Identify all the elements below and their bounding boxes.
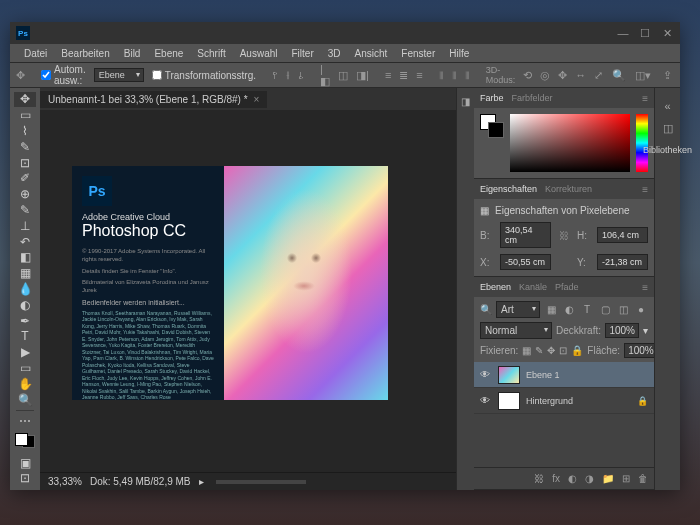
lock-icon[interactable]: 🔒 <box>637 396 648 406</box>
align-vcenter-icon[interactable]: ⫲ <box>286 67 290 83</box>
menu-layer[interactable]: Ebene <box>148 46 189 61</box>
history-brush-tool[interactable]: ↶ <box>14 234 36 249</box>
minimize-button[interactable]: — <box>616 27 630 40</box>
menu-filter[interactable]: Filter <box>286 46 320 61</box>
color-swatch[interactable] <box>15 433 35 448</box>
edit-toolbar[interactable]: ⋯ <box>14 414 36 429</box>
visibility-icon[interactable]: 👁 <box>480 395 492 406</box>
zoom-level[interactable]: 33,33% <box>48 476 82 487</box>
3d-orbit-icon[interactable]: ⟲ <box>523 67 532 83</box>
layer-row[interactable]: 👁 Hintergrund 🔒 <box>474 388 654 414</box>
new-layer-icon[interactable]: ⊞ <box>622 473 630 484</box>
layer-filter-dropdown[interactable]: Art <box>496 301 540 318</box>
group-icon[interactable]: 📁 <box>602 473 614 484</box>
distribute-vcenter-icon[interactable]: ≣ <box>399 67 408 83</box>
close-tab-icon[interactable]: × <box>254 94 260 105</box>
hand-tool[interactable]: ✋ <box>14 376 36 391</box>
path-select-tool[interactable]: ▶ <box>14 345 36 360</box>
move-tool[interactable]: ✥ <box>14 92 36 107</box>
crop-tool[interactable]: ⊡ <box>14 155 36 170</box>
color-spectrum[interactable] <box>510 114 630 172</box>
transform-controls-checkbox[interactable]: Transformationsstrg. <box>152 70 256 81</box>
layer-thumbnail[interactable] <box>498 366 520 384</box>
menu-type[interactable]: Schrift <box>191 46 231 61</box>
tab-adjustments[interactable]: Korrekturen <box>545 184 592 194</box>
visibility-icon[interactable]: 👁 <box>480 369 492 380</box>
menu-view[interactable]: Ansicht <box>349 46 394 61</box>
filter-icon[interactable]: 🔍 <box>480 304 492 315</box>
x-field[interactable]: -50,55 cm <box>500 254 551 270</box>
height-field[interactable]: 106,4 cm <box>597 227 648 243</box>
search-icon[interactable]: 🔍 <box>611 67 627 83</box>
shape-tool[interactable]: ▭ <box>14 361 36 376</box>
tab-paths[interactable]: Pfade <box>555 282 579 292</box>
workspace-icon[interactable]: ◫▾ <box>635 67 651 83</box>
lock-pos-icon[interactable]: ✥ <box>547 345 555 356</box>
align-left-icon[interactable]: |◧ <box>320 67 330 83</box>
y-field[interactable]: -21,38 cm <box>597 254 648 270</box>
doc-size[interactable]: Dok: 5,49 MB/82,9 MB <box>90 476 191 487</box>
document-tab[interactable]: Unbenannt-1 bei 33,3% (Ebene 1, RGB/8#) … <box>40 91 267 108</box>
align-hcenter-icon[interactable]: ◫ <box>338 67 348 83</box>
panel-menu-icon[interactable]: ≡ <box>642 93 648 104</box>
menu-select[interactable]: Auswahl <box>234 46 284 61</box>
blur-tool[interactable]: 💧 <box>14 282 36 297</box>
quick-select-tool[interactable]: ✎ <box>14 139 36 154</box>
eyedropper-tool[interactable]: ✐ <box>14 171 36 186</box>
filter-toggle-icon[interactable]: ● <box>634 304 648 315</box>
adjustment-icon[interactable]: ◑ <box>585 473 594 484</box>
type-tool[interactable]: T <box>14 329 36 344</box>
3d-zoom-icon[interactable]: ⤢ <box>594 67 603 83</box>
gradient-tool[interactable]: ▦ <box>14 266 36 281</box>
mask-icon[interactable]: ◐ <box>568 473 577 484</box>
menu-image[interactable]: Bild <box>118 46 147 61</box>
tab-color[interactable]: Farbe <box>480 93 504 103</box>
3d-roll-icon[interactable]: ◎ <box>540 67 550 83</box>
distribute-right-icon[interactable]: ⦀ <box>465 67 470 83</box>
lock-all-icon[interactable]: 🔒 <box>571 345 583 356</box>
distribute-hcenter-icon[interactable]: ⦀ <box>452 67 457 83</box>
3d-slide-icon[interactable]: ↔ <box>575 67 586 83</box>
lasso-tool[interactable]: ⌇ <box>14 124 36 139</box>
tab-properties[interactable]: Eigenschaften <box>480 184 537 194</box>
opacity-field[interactable]: 100% <box>605 323 639 338</box>
tab-swatches[interactable]: Farbfelder <box>512 93 553 103</box>
fill-field[interactable]: 100% <box>624 343 658 358</box>
menu-edit[interactable]: Bearbeiten <box>55 46 115 61</box>
filter-type-icon[interactable]: T <box>580 304 594 315</box>
color-swatch-panel[interactable] <box>480 114 504 138</box>
dodge-tool[interactable]: ◐ <box>14 297 36 312</box>
healing-tool[interactable]: ⊕ <box>14 187 36 202</box>
libraries-icon[interactable]: ◫ <box>663 122 673 135</box>
layer-name[interactable]: Ebene 1 <box>526 370 648 380</box>
eraser-tool[interactable]: ◧ <box>14 250 36 265</box>
expand-icon[interactable]: « <box>664 100 670 112</box>
panel-menu-icon[interactable]: ≡ <box>642 282 648 293</box>
distribute-bottom-icon[interactable]: ≡ <box>416 67 422 83</box>
filter-smart-icon[interactable]: ◫ <box>616 304 630 315</box>
link-layers-icon[interactable]: ⛓ <box>534 473 544 484</box>
opacity-arrow-icon[interactable]: ▾ <box>643 325 648 336</box>
align-top-icon[interactable]: ⫯ <box>272 67 278 83</box>
distribute-left-icon[interactable]: ⦀ <box>439 67 444 83</box>
tab-channels[interactable]: Kanäle <box>519 282 547 292</box>
zoom-tool[interactable]: 🔍 <box>14 392 36 407</box>
layer-name[interactable]: Hintergrund <box>526 396 631 406</box>
maximize-button[interactable]: ☐ <box>638 27 652 40</box>
history-panel-icon[interactable]: ◨ <box>461 96 470 107</box>
lock-artboard-icon[interactable]: ⊡ <box>559 345 567 356</box>
canvas[interactable]: Ps Adobe Creative Cloud Photoshop CC © 1… <box>40 110 456 472</box>
pen-tool[interactable]: ✒ <box>14 313 36 328</box>
auto-select-checkbox[interactable]: Autom. ausw.: <box>41 64 86 86</box>
quickmask-tool[interactable]: ▣ <box>14 455 36 470</box>
stamp-tool[interactable]: ⊥ <box>14 218 36 233</box>
libraries-label[interactable]: Bibliotheken <box>643 145 692 155</box>
menu-window[interactable]: Fenster <box>395 46 441 61</box>
marquee-tool[interactable]: ▭ <box>14 108 36 123</box>
align-bottom-icon[interactable]: ⫰ <box>298 67 304 83</box>
screenmode-tool[interactable]: ⊡ <box>14 471 36 486</box>
status-arrow-icon[interactable]: ▸ <box>199 476 204 487</box>
3d-pan-icon[interactable]: ✥ <box>558 67 567 83</box>
blend-mode-dropdown[interactable]: Normal <box>480 322 552 339</box>
width-field[interactable]: 340,54 cm <box>500 222 551 248</box>
